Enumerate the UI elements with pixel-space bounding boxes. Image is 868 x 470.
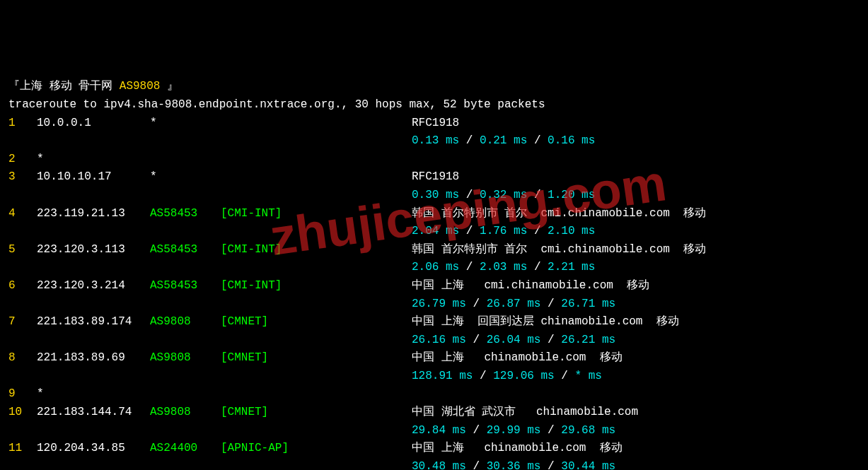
hop-latency: 26.71 ms	[561, 298, 615, 310]
hop-asn: AS58453	[150, 241, 221, 259]
hop-latency: 129.06 ms	[493, 370, 554, 382]
hop-asn: AS24400	[150, 440, 221, 458]
hop-latency: 1.76 ms	[480, 225, 527, 237]
hop-latency-row: 128.91 ms / 129.06 ms / * ms	[8, 368, 860, 386]
hop-latency: 2.04 ms	[412, 225, 459, 237]
hop-latency: 0.32 ms	[480, 189, 527, 201]
hop-latency: 26.21 ms	[561, 334, 615, 346]
hop-ip: 223.120.3.113	[37, 241, 150, 259]
hop-ip: 120.204.34.85	[37, 440, 150, 458]
hop-latency: 0.13 ms	[412, 134, 459, 147]
hop-star: *	[150, 170, 157, 183]
hop-ip: 221.183.144.74	[37, 404, 150, 422]
hop-network-tag: [CMNET]	[221, 349, 320, 368]
hop-location: 中国 湖北省 武汉市 chinamobile.com	[412, 406, 638, 418]
hop-latency-row: 0.13 ms / 0.21 ms / 0.16 ms	[8, 132, 860, 151]
hop-network-tag: [APNIC-AP]	[221, 440, 320, 458]
hop-latency: 0.16 ms	[548, 134, 595, 147]
hop-ip: 223.119.21.13	[37, 205, 150, 223]
hop-network-tag: [CMI-INT]	[221, 241, 320, 259]
hop-network-tag: [CMNET]	[221, 313, 320, 331]
hop-ip: 221.183.89.69	[37, 349, 150, 368]
hop-latency: 128.91 ms	[412, 370, 473, 382]
hop-latency: 29.99 ms	[487, 424, 541, 437]
trace-command: traceroute to ipv4.sha-9808.endpoint.nxt…	[8, 96, 860, 114]
hop-latency-row: 26.16 ms / 26.04 ms / 26.21 ms	[8, 331, 860, 350]
hop-row: 310.10.10.17*RFC1918	[8, 168, 860, 187]
hop-latency: 2.21 ms	[548, 261, 595, 274]
hop-latency: * ms	[575, 370, 602, 382]
hop-row: 7221.183.89.174AS9808[CMNET]中国 上海 回国到达层 …	[8, 313, 860, 331]
terminal-output: 『上海 移动 骨干网 AS9808 』traceroute to ipv4.sh…	[8, 78, 860, 470]
hop-location: 中国 上海 chinamobile.com 移动	[412, 351, 623, 364]
hop-latency-row: 26.79 ms / 26.87 ms / 26.71 ms	[8, 295, 860, 314]
hop-location: 中国 上海 回国到达层 chinamobile.com 移动	[412, 315, 679, 328]
hop-asn: AS58453	[150, 205, 221, 223]
hop-number: 1	[8, 114, 37, 133]
hop-row: 8221.183.89.69AS9808[CMNET]中国 上海 chinamo…	[8, 349, 860, 368]
hop-network-tag: [CMI-INT]	[221, 277, 320, 295]
hop-number: 8	[8, 349, 37, 368]
hop-number: 6	[8, 277, 37, 295]
hop-location: 中国 上海 cmi.chinamobile.com 移动	[412, 279, 649, 292]
hop-latency: 26.04 ms	[487, 334, 541, 346]
hop-network-tag: [CMI-INT]	[221, 205, 320, 223]
hop-number: 11	[8, 440, 37, 458]
hop-latency: 29.68 ms	[561, 424, 615, 437]
hop-number: 2	[8, 151, 37, 169]
hop-network-tag: [CMNET]	[221, 404, 320, 422]
hop-number: 3	[8, 168, 37, 187]
hop-asn: AS58453	[150, 277, 221, 295]
hop-asn: AS9808	[150, 349, 221, 368]
hop-ip: 223.120.3.214	[37, 277, 150, 295]
hop-latency: 30.48 ms	[412, 460, 466, 470]
hop-latency-row: 29.84 ms / 29.99 ms / 29.68 ms	[8, 422, 860, 440]
hop-latency: 26.16 ms	[412, 334, 466, 346]
hop-latency-row: 30.48 ms / 30.36 ms / 30.44 ms	[8, 458, 860, 470]
hop-row: 11120.204.34.85AS24400[APNIC-AP]中国 上海 ch…	[8, 440, 860, 458]
hop-ip: *	[37, 385, 150, 404]
hop-latency-row: 0.30 ms / 0.32 ms / 1.20 ms	[8, 187, 860, 205]
hop-ip: 221.183.89.174	[37, 313, 150, 331]
hop-info: RFC1918	[412, 170, 459, 183]
hop-latency: 2.03 ms	[480, 261, 527, 274]
hop-latency: 1.20 ms	[548, 189, 595, 201]
hop-row: 9*	[8, 385, 860, 404]
hop-number: 5	[8, 241, 37, 259]
hop-row: 10221.183.144.74AS9808[CMNET]中国 湖北省 武汉市 …	[8, 404, 860, 422]
hop-latency-row: 2.06 ms / 2.03 ms / 2.21 ms	[8, 259, 860, 277]
hop-latency: 26.79 ms	[412, 298, 466, 310]
hop-latency: 30.44 ms	[561, 460, 615, 470]
hop-row: 4223.119.21.13AS58453[CMI-INT]韩国 首尔特别市 首…	[8, 205, 860, 223]
hop-latency: 30.36 ms	[487, 460, 541, 470]
hop-ip: 10.10.10.17	[37, 168, 150, 187]
hop-latency-row: 2.04 ms / 1.76 ms / 2.10 ms	[8, 223, 860, 241]
hop-row: 2*	[8, 151, 860, 169]
hop-number: 9	[8, 385, 37, 404]
hop-asn: AS9808	[150, 313, 221, 331]
hop-location: 韩国 首尔特别市 首尔 cmi.chinamobile.com 移动	[412, 243, 706, 256]
hop-location: 韩国 首尔特别市 首尔 cmi.chinamobile.com 移动	[412, 207, 706, 220]
trace-title: 『上海 移动 骨干网 AS9808 』	[8, 78, 860, 96]
hop-number: 10	[8, 404, 37, 422]
hop-number: 7	[8, 313, 37, 331]
hop-number: 4	[8, 205, 37, 223]
hop-latency: 29.84 ms	[412, 424, 466, 437]
hop-latency: 26.87 ms	[487, 298, 541, 310]
hop-location: 中国 上海 chinamobile.com 移动	[412, 442, 623, 454]
hop-info: RFC1918	[412, 117, 459, 129]
hop-latency: 0.21 ms	[480, 134, 527, 147]
hop-ip: 10.0.0.1	[37, 114, 150, 133]
hop-star: *	[150, 117, 157, 129]
hop-asn: AS9808	[150, 404, 221, 422]
hop-latency: 2.06 ms	[412, 261, 459, 274]
hop-row: 6223.120.3.214AS58453[CMI-INT]中国 上海 cmi.…	[8, 277, 860, 295]
hop-row: 5223.120.3.113AS58453[CMI-INT]韩国 首尔特别市 首…	[8, 241, 860, 259]
hop-ip: *	[37, 151, 150, 169]
hop-latency: 2.10 ms	[548, 225, 595, 237]
hop-latency: 0.30 ms	[412, 189, 459, 201]
hop-row: 110.0.0.1*RFC1918	[8, 114, 860, 133]
